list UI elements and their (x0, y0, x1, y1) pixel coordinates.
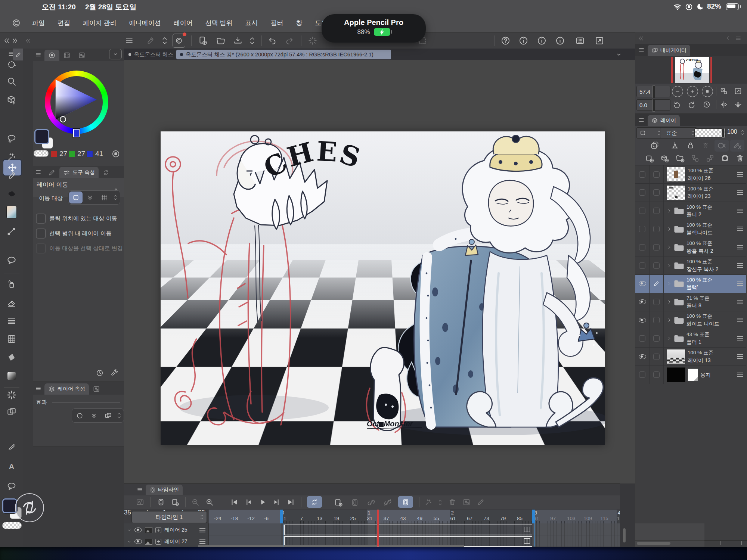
checkbox-move-within-selection[interactable] (36, 228, 46, 239)
folder-chevron-icon[interactable] (667, 318, 672, 323)
edit-column[interactable] (650, 275, 664, 293)
onion-skin-button-active[interactable] (398, 496, 413, 508)
document-tab-active[interactable]: 옥토몬스터 체스 킹* (2600 x 2000px 72dpi 57.4% :… (176, 50, 391, 59)
eye-column[interactable] (635, 329, 650, 347)
color-mixer-tab[interactable] (74, 50, 89, 61)
timeline-settings-icon[interactable] (171, 498, 179, 506)
menu-item-4[interactable]: 레이어 (174, 19, 193, 27)
layer-row-menu-icon[interactable] (737, 227, 743, 231)
layer-checkbox[interactable] (639, 226, 645, 232)
flip-vertical-button[interactable] (734, 100, 742, 109)
layer-row-menu-icon[interactable] (737, 172, 743, 177)
new-animation-cel-icon[interactable] (334, 498, 343, 507)
zoom-100-button[interactable] (720, 87, 728, 95)
fit-to-screen-button[interactable] (702, 86, 713, 97)
edit-column[interactable] (650, 238, 664, 256)
info-property-icon[interactable] (555, 36, 565, 46)
panel-menu-icon[interactable] (638, 117, 645, 123)
layer-row-menu-icon[interactable] (737, 209, 743, 213)
new-timeline-icon[interactable] (157, 498, 165, 506)
document-tab-inactive[interactable]: 옥토몬스터 체스 (125, 50, 177, 59)
menu-item-7[interactable]: 필터 (270, 19, 283, 27)
track-add-icon[interactable] (155, 539, 161, 545)
timeline-selector[interactable]: 타임라인 1 (131, 511, 207, 523)
folder-chevron-icon[interactable] (667, 299, 672, 304)
eye-column[interactable] (635, 202, 650, 220)
layer-row-menu-icon[interactable] (737, 281, 743, 286)
text-tool-icon[interactable]: A (7, 462, 16, 472)
layer-checkbox[interactable] (653, 354, 660, 360)
tool-property-tab[interactable]: 도구 속성 (59, 167, 99, 178)
gradient-tool-icon[interactable] (7, 372, 16, 380)
onion-skin-color-icon[interactable] (424, 498, 433, 506)
delete-keyframe-icon[interactable] (448, 498, 456, 506)
frame-border-tool-icon[interactable] (7, 334, 17, 344)
layer-mask-button[interactable] (720, 154, 729, 163)
track-header-0[interactable]: 레이어 25 (127, 524, 208, 536)
layer-row-menu-icon[interactable] (737, 245, 743, 249)
fit-window-button[interactable] (734, 87, 742, 95)
airbrush-tool-icon[interactable] (7, 280, 17, 290)
play-icon[interactable] (258, 498, 267, 506)
layer-color-option[interactable] (101, 410, 115, 421)
expand-right-icon[interactable] (11, 37, 19, 44)
layer-checkbox[interactable] (639, 171, 645, 178)
custom-image-tool-icon[interactable] (6, 206, 17, 218)
color-history-icon[interactable] (111, 149, 120, 158)
editing-pencil-icon[interactable] (653, 280, 660, 287)
layer-visibility-eye-icon[interactable] (639, 299, 646, 304)
save-chevrons-icon[interactable] (248, 36, 256, 46)
edit-column[interactable] (650, 348, 664, 365)
hue-marker[interactable] (73, 129, 80, 137)
layer-checkbox[interactable] (639, 244, 645, 251)
layer-row-menu-icon[interactable] (737, 263, 743, 268)
layer-opacity-slider[interactable] (694, 128, 726, 137)
layer-checkbox[interactable] (653, 208, 660, 214)
eye-column[interactable] (635, 293, 650, 311)
timeline-zoom-in-icon[interactable] (205, 498, 214, 506)
layer-row-menu-icon[interactable] (737, 318, 743, 322)
enable-mask-button[interactable] (715, 140, 729, 152)
layer-row-menu-icon[interactable] (737, 336, 743, 340)
layer-visibility-eye-icon[interactable] (639, 281, 646, 286)
timeline-chevrons-icon[interactable] (438, 498, 443, 507)
layer-thumbnail-size-combo[interactable] (636, 127, 663, 139)
eye-column[interactable] (635, 238, 650, 256)
layer-checkbox[interactable] (653, 189, 660, 196)
transparent-chip[interactable] (34, 150, 49, 157)
panel-material-tool-icon[interactable] (7, 407, 16, 417)
timeline-start-marker[interactable] (280, 510, 283, 523)
menu-item-5[interactable]: 선택 범위 (205, 19, 233, 27)
save-icon[interactable] (233, 36, 243, 46)
effect-tool-icon[interactable] (7, 390, 16, 400)
layer-checkbox[interactable] (653, 262, 660, 269)
edit-column[interactable] (650, 256, 664, 274)
specify-cel-icon[interactable] (350, 498, 359, 507)
pencil-draw-frame-icon[interactable] (477, 498, 485, 506)
eyedropper-toolbar-icon[interactable] (146, 36, 155, 45)
menu-item-1[interactable]: 편집 (58, 19, 70, 27)
new-raster-layer-button[interactable] (645, 154, 654, 163)
clip-to-layer-below-button[interactable] (650, 141, 659, 150)
timeline-h-scrollbar[interactable] (198, 545, 464, 547)
zoom-tool-icon[interactable] (7, 77, 17, 87)
layer-row-3[interactable]: 100 % 표준블랙나이트 (635, 220, 746, 238)
layer-checkbox[interactable] (653, 371, 660, 378)
layer-row-4[interactable]: 100 % 표준왕홀 복사 2 (635, 238, 746, 256)
polyline-tool-icon[interactable] (7, 442, 16, 451)
sub-tool-tab[interactable] (44, 167, 59, 178)
undo-icon[interactable] (267, 36, 277, 46)
timeline-zoom-out-icon[interactable] (191, 498, 199, 506)
layer-row-9[interactable]: 43 % 표준폴더 1 (635, 329, 746, 348)
layer-row-menu-icon[interactable] (737, 373, 743, 377)
track-collapse-chevron[interactable] (127, 528, 131, 532)
canvas-area[interactable]: CHESS OctoMonster (124, 60, 635, 483)
layer-checkbox[interactable] (653, 317, 660, 323)
checkbox-change-selection-state[interactable] (36, 243, 46, 253)
flip-horizontal-button[interactable] (720, 100, 728, 109)
menu-item-8[interactable]: 창 (296, 19, 302, 27)
clip-studio-logo-icon[interactable] (11, 18, 21, 28)
eye-column[interactable] (635, 220, 650, 238)
animation-clip[interactable] (283, 525, 532, 535)
object-tool-icon[interactable] (6, 95, 17, 105)
